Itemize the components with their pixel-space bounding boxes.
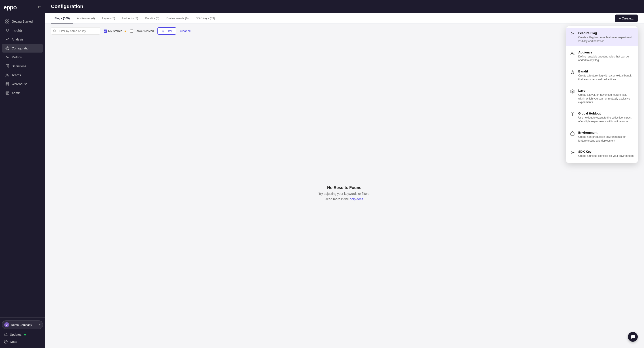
no-results-subtitle: Try adjusting your keywords or filters.: [318, 192, 370, 196]
dropdown-item-audience[interactable]: Audience Define reusable targeting rules…: [566, 48, 638, 66]
help-docs-link[interactable]: help docs.: [350, 197, 364, 201]
sidebar-item-admin[interactable]: Admin: [2, 89, 43, 97]
sidebar-item-label: Insights: [12, 29, 22, 32]
sidebar-item-label: Metrics: [12, 56, 22, 59]
dropdown-item-desc-bandit: Create a feature flag with a contextual …: [578, 74, 634, 82]
company-avatar: D: [4, 322, 9, 327]
dropdown-item-bandit[interactable]: Bandit Create a feature flag with a cont…: [566, 66, 638, 84]
filter-button-label: Filter: [166, 29, 172, 33]
svg-point-19: [6, 93, 7, 94]
admin-icon: [5, 91, 10, 95]
sidebar: eppo Getting Started: [0, 0, 45, 348]
feature-flag-icon: [570, 32, 575, 37]
tab-layers[interactable]: Layers (5): [98, 13, 119, 24]
bandit-icon: [570, 70, 575, 75]
sidebar-item-getting-started[interactable]: Getting Started: [2, 17, 43, 26]
search-input[interactable]: [51, 27, 100, 35]
show-archived-checkbox-wrap[interactable]: Show Archived: [130, 29, 154, 33]
sidebar-item-updates[interactable]: Updates: [2, 331, 43, 338]
svg-point-32: [571, 152, 573, 154]
my-starred-checkbox[interactable]: [104, 30, 107, 33]
company-name: Demo Company: [11, 323, 37, 326]
svg-point-27: [573, 52, 574, 53]
dropdown-item-desc-global-holdout: Use holdout to evaluate the collective i…: [578, 116, 634, 124]
settings-icon: [5, 46, 10, 50]
sidebar-item-configuration[interactable]: Configuration: [2, 44, 43, 52]
users-icon: [5, 73, 10, 77]
dropdown-item-title-sdk-key: SDK Key: [578, 150, 634, 154]
collapse-icon: [38, 5, 41, 9]
show-archived-label: Show Archived: [134, 29, 154, 33]
dropdown-item-sdk-key[interactable]: SDK Key Create a unique identifier for y…: [566, 147, 638, 161]
svg-point-9: [7, 48, 8, 49]
dropdown-item-layer[interactable]: Layer Create a layer, an advanced featur…: [566, 86, 638, 107]
sidebar-item-label: Getting Started: [12, 20, 33, 23]
sidebar-logo-area: eppo: [0, 0, 45, 15]
logo-text: eppo: [4, 4, 16, 11]
lightbulb-icon: [5, 28, 10, 32]
search-icon: [53, 30, 56, 33]
dropdown-item-desc-audience: Define reusable targeting rules that can…: [578, 55, 634, 62]
svg-rect-4: [6, 20, 7, 21]
sidebar-collapse-button[interactable]: [38, 5, 41, 10]
tab-flags[interactable]: Flags (109): [51, 13, 73, 24]
tab-holdouts[interactable]: Holdouts (3): [119, 13, 142, 24]
svg-rect-7: [8, 22, 9, 23]
no-results-help: Read more in the help docs.: [325, 197, 364, 201]
create-dropdown: Feature Flag Create a flag to control fe…: [566, 26, 638, 163]
svg-point-14: [6, 74, 8, 75]
sidebar-item-teams[interactable]: Teams: [2, 71, 43, 80]
company-selector[interactable]: D Demo Company ▾: [2, 320, 43, 329]
svg-point-26: [571, 52, 573, 53]
bell-icon: [4, 333, 8, 336]
sdk-key-icon: [570, 150, 575, 155]
svg-point-15: [8, 74, 9, 75]
page-title: Configuration: [51, 4, 83, 10]
dropdown-item-desc-feature-flag: Create a flag to control feature or expe…: [578, 36, 634, 43]
svg-point-23: [6, 342, 6, 343]
database-icon: [5, 82, 10, 86]
sidebar-item-label: Admin: [12, 91, 20, 95]
sidebar-item-label: Warehouse: [12, 82, 28, 86]
tab-audiences[interactable]: Audiences (4): [73, 13, 98, 24]
sidebar-item-warehouse[interactable]: Warehouse: [2, 80, 43, 88]
update-indicator: [24, 334, 26, 336]
chat-support-button[interactable]: [628, 332, 638, 342]
svg-point-16: [6, 82, 9, 84]
svg-rect-5: [8, 20, 9, 21]
chevron-down-icon: ▾: [39, 324, 40, 326]
svg-rect-10: [6, 64, 9, 68]
dropdown-item-title-feature-flag: Feature Flag: [578, 31, 634, 35]
clear-all-button[interactable]: Clear all: [180, 29, 190, 33]
sidebar-nav: Getting Started Insights Analysis Config…: [0, 15, 45, 317]
svg-rect-29: [571, 113, 572, 116]
svg-rect-2: [39, 7, 41, 8]
no-results-title: No Results Found: [327, 186, 362, 190]
sidebar-item-metrics[interactable]: Metrics: [2, 53, 43, 62]
sidebar-item-analysis[interactable]: Analysis: [2, 35, 43, 44]
chart-icon: [5, 37, 10, 42]
sidebar-item-docs[interactable]: Docs: [2, 338, 43, 345]
search-wrap: [51, 27, 100, 35]
environment-icon: [570, 131, 575, 136]
filter-button[interactable]: Filter: [158, 27, 176, 35]
sidebar-item-definitions[interactable]: Definitions: [2, 62, 43, 70]
dropdown-item-global-holdout[interactable]: Global Holdout Use holdout to evaluate t…: [566, 108, 638, 126]
tab-bandits[interactable]: Bandits (6): [142, 13, 163, 24]
sidebar-item-label: Configuration: [12, 46, 30, 50]
dropdown-item-environment[interactable]: Environment Create non-production enviro…: [566, 128, 638, 146]
sidebar-item-label: Teams: [12, 73, 21, 77]
no-results-area: No Results Found Try adjusting your keyw…: [45, 38, 644, 348]
show-archived-checkbox[interactable]: [130, 30, 133, 33]
create-button[interactable]: + Create...: [615, 14, 638, 22]
top-bar: Configuration: [45, 0, 644, 13]
dropdown-item-feature-flag[interactable]: Feature Flag Create a flag to control fe…: [566, 28, 638, 46]
layer-icon: [570, 89, 575, 94]
audience-icon: [570, 51, 575, 56]
my-starred-checkbox-wrap[interactable]: My Starred ★: [104, 29, 126, 33]
svg-rect-6: [6, 22, 7, 23]
tab-sdk-keys[interactable]: SDK Keys (39): [192, 13, 218, 24]
grid-icon: [5, 20, 10, 24]
sidebar-item-insights[interactable]: Insights: [2, 26, 43, 35]
tab-environments[interactable]: Environments (6): [163, 13, 192, 24]
